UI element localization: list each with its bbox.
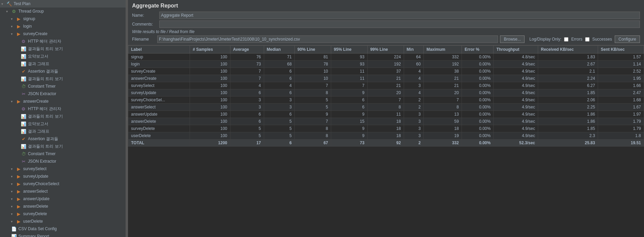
cell-7-6: 8 bbox=[367, 104, 404, 111]
sidebar-item-assertion-1[interactable]: ✔Assertion 결과들 bbox=[0, 68, 126, 75]
sidebar-item-test-plan[interactable]: ▾🔨Test Plan bbox=[0, 0, 126, 8]
table-row: answerUpdate1006699113130.00%4.9/sec1.86… bbox=[128, 111, 644, 118]
cell-5-4: 8 bbox=[294, 89, 331, 97]
cell-7-9: 0.00% bbox=[462, 104, 493, 111]
col-error: Error % bbox=[462, 46, 493, 54]
table-row: surveyCreate100761011374380.00%4.9/sec2.… bbox=[128, 68, 644, 75]
toggle-test-plan: ▾ bbox=[1, 2, 6, 6]
sidebar-item-answerSelect[interactable]: ▾▶answerSelect bbox=[0, 188, 126, 195]
listener-icon: 📊 bbox=[11, 233, 17, 237]
sampler-icon: ▶ bbox=[16, 16, 22, 22]
sidebar-item-result-tree-1[interactable]: 📊결과들의 트리 보기 bbox=[0, 45, 126, 53]
sidebar-item-http-header-mgr-2[interactable]: ⚙HTTP 헤더 관리자 bbox=[0, 105, 126, 113]
sidebar-item-summary-report-2[interactable]: 📊요약보고서 bbox=[0, 120, 126, 128]
sidebar-item-surveySelect[interactable]: ▾▶surveySelect bbox=[0, 165, 126, 173]
sidebar-item-signup[interactable]: ▾▶signup bbox=[0, 15, 126, 23]
sidebar-item-thread-group[interactable]: ▾⚙Thread Group bbox=[0, 8, 126, 15]
cell-8-8: 13 bbox=[423, 111, 462, 118]
write-results-label: Write results to file / Read from file bbox=[132, 29, 194, 34]
cell-0-3: 71 bbox=[264, 54, 294, 61]
config-icon: ⚙ bbox=[20, 106, 27, 112]
sidebar-item-assertion-2[interactable]: ✔Assertion 결과들 bbox=[0, 135, 126, 143]
sidebar-label-summary-report-main: Summary Report bbox=[18, 234, 124, 237]
cell-8-9: 0.00% bbox=[462, 111, 493, 118]
filename-input[interactable] bbox=[157, 35, 498, 43]
sidebar-label-result-tree-2: 결과들의 트리 보기 bbox=[28, 76, 124, 82]
name-input[interactable] bbox=[159, 12, 640, 19]
sidebar-label-surveyUpdate: surveyUpdate bbox=[23, 174, 124, 179]
configure-button[interactable]: Configure bbox=[615, 35, 640, 43]
cell-8-10: 4.9/sec bbox=[494, 111, 538, 118]
sidebar-item-result-tree-4[interactable]: 📊결과들의 트리 보기 bbox=[0, 143, 126, 150]
sidebar-label-json-extractor-1: JSON Extractor bbox=[28, 91, 124, 96]
cell-1-7: 60 bbox=[404, 61, 423, 68]
cell-3-10: 4.9/sec bbox=[494, 75, 538, 82]
sidebar-label-answerSelect: answerSelect bbox=[23, 189, 124, 194]
cell-5-1: 100 bbox=[190, 89, 230, 97]
cell-10-12: 1.79 bbox=[598, 125, 644, 132]
sidebar-item-summary-report-main[interactable]: 📊Summary Report bbox=[0, 233, 126, 237]
sidebar-item-graph-1[interactable]: 📊결과 그래프 bbox=[0, 60, 126, 68]
cell-0-7: 64 bbox=[404, 54, 423, 61]
sidebar-item-result-tree-2[interactable]: 📊결과들의 트리 보기 bbox=[0, 75, 126, 83]
cell-8-11: 1.86 bbox=[538, 111, 598, 118]
sidebar-label-result-tree-4: 결과들의 트리 보기 bbox=[28, 144, 124, 149]
sidebar-item-csv-data-set[interactable]: 📄CSV Data Set Config bbox=[0, 225, 126, 233]
sidebar-item-answerCreate[interactable]: ▾▶answerCreate bbox=[0, 98, 126, 105]
sidebar-item-summary-report-1[interactable]: 📊요약보고서 bbox=[0, 53, 126, 60]
cell-2-5: 11 bbox=[331, 68, 367, 75]
sidebar-item-answerUpdate[interactable]: ▾▶answerUpdate bbox=[0, 195, 126, 203]
cell-7-0: answerSelect bbox=[128, 104, 190, 111]
listener-icon: 📊 bbox=[20, 53, 27, 59]
sidebar-item-login[interactable]: ▾▶login bbox=[0, 23, 126, 30]
cell-5-5: 9 bbox=[331, 89, 367, 97]
total-cell-0: TOTAL bbox=[128, 139, 190, 147]
sidebar-item-surveyDelete[interactable]: ▾▶surveyDelete bbox=[0, 210, 126, 218]
sidebar-item-surveyChoiceSelect[interactable]: ▾▶surveyChoiceSelect bbox=[0, 180, 126, 188]
sidebar-label-graph-1: 결과 그래프 bbox=[28, 61, 124, 67]
cell-5-7: 4 bbox=[404, 89, 423, 97]
sidebar-item-surveyCreate[interactable]: ▾▶surveyCreate bbox=[0, 30, 126, 38]
cell-6-4: 5 bbox=[294, 97, 331, 104]
sidebar-item-http-header-mgr-1[interactable]: ⚙HTTP 헤더 관리자 bbox=[0, 38, 126, 45]
listener-icon: 📊 bbox=[20, 121, 27, 127]
sidebar-label-test-plan: Test Plan bbox=[14, 1, 124, 6]
toggle-answerDelete: ▾ bbox=[11, 205, 16, 208]
cell-9-3: 5 bbox=[264, 118, 294, 125]
table-row: login10073687893192601920.00%4.9/sec2.67… bbox=[128, 61, 644, 68]
toggle-surveyUpdate: ▾ bbox=[11, 175, 16, 178]
cell-9-11: 1.86 bbox=[538, 118, 598, 125]
cell-8-3: 6 bbox=[264, 111, 294, 118]
cell-3-7: 4 bbox=[404, 75, 423, 82]
col-95line: 95% Line bbox=[331, 46, 367, 54]
sidebar-item-result-tree-3[interactable]: 📊결과들의 트리 보기 bbox=[0, 113, 126, 120]
sidebar-item-answerDelete[interactable]: ▾▶answerDelete bbox=[0, 203, 126, 210]
sidebar-item-graph-2[interactable]: 📊결과 그래프 bbox=[0, 128, 126, 135]
cell-5-12: 2.47 bbox=[598, 89, 644, 97]
sidebar-item-surveyUpdate[interactable]: ▾▶surveyUpdate bbox=[0, 173, 126, 180]
sidebar-item-userDelete[interactable]: ▾▶userDelete bbox=[0, 218, 126, 225]
browse-button[interactable]: Browse... bbox=[500, 35, 525, 43]
sidebar-item-json-extractor-2[interactable]: ✂JSON Extractor bbox=[0, 158, 126, 165]
col-sent: Sent KB/sec bbox=[598, 46, 644, 54]
cell-7-12: 1.67 bbox=[598, 104, 644, 111]
cell-11-2: 5 bbox=[230, 132, 264, 139]
cell-9-5: 15 bbox=[331, 118, 367, 125]
cell-4-12: 1.66 bbox=[598, 82, 644, 89]
errors-checkbox[interactable] bbox=[564, 37, 568, 42]
sidebar-item-constant-timer-1[interactable]: ⏱Constant Timer bbox=[0, 83, 126, 90]
cell-3-4: 10 bbox=[294, 75, 331, 82]
cell-3-5: 11 bbox=[331, 75, 367, 82]
cell-9-7: 3 bbox=[404, 118, 423, 125]
table-row: surveySelect1004477213210.00%4.9/sec6.27… bbox=[128, 82, 644, 89]
successes-checkbox[interactable] bbox=[585, 37, 590, 42]
comments-input[interactable] bbox=[159, 20, 640, 28]
cell-6-7: 2 bbox=[404, 97, 423, 104]
sidebar-item-constant-timer-2[interactable]: ⏱Constant Timer bbox=[0, 150, 126, 158]
errors-label: Errors bbox=[571, 37, 582, 42]
sampler-icon: ▶ bbox=[16, 211, 22, 217]
sidebar-item-json-extractor-1[interactable]: ✂JSON Extractor bbox=[0, 90, 126, 98]
cell-4-11: 6.27 bbox=[538, 82, 598, 89]
cell-1-0: login bbox=[128, 61, 190, 68]
table-body: signup10076718193224643320.00%4.8/sec1.8… bbox=[128, 54, 644, 147]
